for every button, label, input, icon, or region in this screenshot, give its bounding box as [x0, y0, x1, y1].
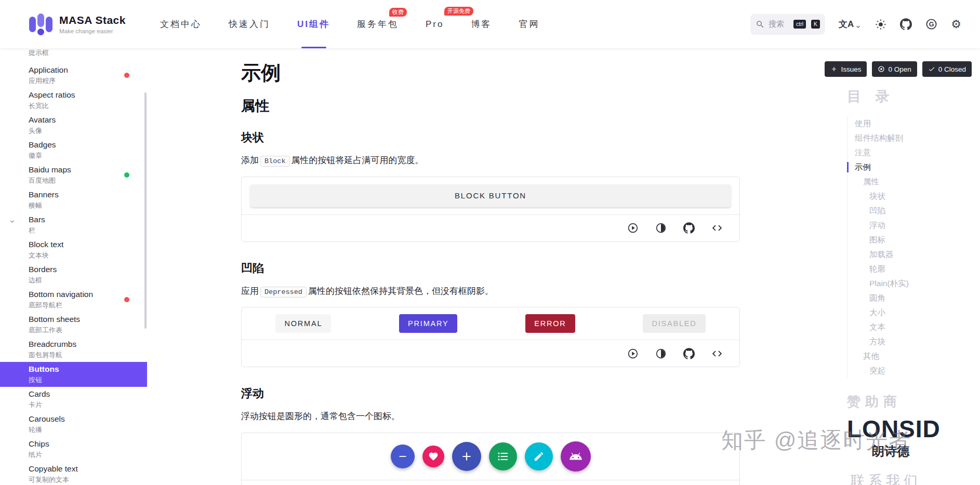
subsection-heading-block: 块状	[241, 130, 740, 145]
toc-item-plain[interactable]: Plain(朴实)	[847, 276, 975, 291]
closed-issues-button[interactable]: 0 Closed	[922, 61, 972, 77]
error-button-demo[interactable]: ERROR	[525, 314, 575, 333]
toc-item-text[interactable]: 文本	[847, 320, 975, 334]
fab-list-button[interactable]	[489, 442, 517, 470]
language-switch-button[interactable]: 文A	[839, 18, 862, 30]
normal-button-demo[interactable]: NORMAL	[275, 314, 331, 333]
run-demo-button[interactable]	[627, 348, 639, 359]
toc-title: 目 录	[847, 87, 975, 106]
issues-bar: Issues 0 Open 0 Closed	[825, 61, 972, 77]
toc-item-tile[interactable]: 方块	[847, 334, 975, 349]
toc-item-raised[interactable]: 突起	[847, 363, 975, 378]
settings-button[interactable]: ⚙	[951, 19, 961, 30]
sidebar-item-application[interactable]: Application 应用程序	[0, 63, 147, 88]
toc-item-outlined[interactable]: 轮廓	[847, 262, 975, 276]
sidebar-item-block-text[interactable]: Block text 文本块	[0, 237, 147, 262]
search-placeholder: 搜索	[769, 19, 790, 29]
nav-item-docs[interactable]: 文档中心	[160, 0, 202, 48]
toc-item-depressed[interactable]: 凹陷	[847, 204, 975, 218]
nav-item-ui-components[interactable]: UI组件	[297, 0, 330, 48]
theme-toggle-button[interactable]	[875, 19, 886, 30]
nav-item-pro[interactable]: Pro开源免费	[426, 0, 444, 48]
sidebar-item-banners[interactable]: Banners 横幅	[0, 187, 147, 212]
fab-pencil-button[interactable]	[525, 442, 553, 470]
nav-item-service-package[interactable]: 服务年包收费	[357, 0, 399, 48]
fab-plus-button[interactable]	[452, 442, 481, 471]
toc-item-props[interactable]: 属性	[847, 174, 975, 189]
fab-heart-button[interactable]	[422, 446, 444, 467]
disabled-button-demo: DISABLED	[643, 314, 705, 333]
toc-item-floating[interactable]: 浮动	[847, 218, 975, 233]
block-button-demo[interactable]: BLOCK BUTTON	[250, 184, 731, 207]
sidebar-item-bars[interactable]: Bars 栏	[0, 212, 147, 237]
toc-item-rounded[interactable]: 圆角	[847, 291, 975, 305]
toc-item-icons[interactable]: 图标	[847, 233, 975, 247]
view-source-github-button[interactable]	[683, 348, 695, 359]
sidebar-item-borders[interactable]: Borders 边框	[0, 262, 147, 287]
logo-subtitle: Make change easier	[59, 28, 126, 34]
nav-item-blog[interactable]: 博客	[471, 0, 492, 48]
sidebar-item-chips[interactable]: Chips 纸片	[0, 437, 147, 462]
sidebar-item-buttons[interactable]: Buttons 按钮	[0, 362, 147, 387]
check-icon	[928, 65, 935, 73]
sidebar-item-carousels[interactable]: Carousels 轮播	[0, 412, 147, 437]
sidebar-item-aspect-ratios[interactable]: Aspect ratios 长宽比	[0, 88, 147, 113]
fab-minus-button[interactable]	[391, 444, 415, 468]
new-issue-button[interactable]: Issues	[825, 61, 867, 77]
toc-item-examples[interactable]: 示例	[847, 160, 975, 174]
view-source-github-button[interactable]	[683, 222, 695, 234]
sponsor-title: 赞助商	[847, 393, 975, 411]
page-title: 示例	[241, 60, 740, 86]
toggle-theme-button[interactable]	[655, 222, 667, 234]
sidebar-item-avatars[interactable]: Avatars 头像	[0, 113, 147, 138]
toggle-theme-button[interactable]	[655, 348, 667, 359]
sidebar-item-bottom-navigation[interactable]: Bottom navigation 底部导航栏	[0, 287, 147, 312]
search-input[interactable]: 搜索 ctrl K	[750, 14, 825, 35]
description-block: 添加Block属性的按钮将延占满可用的宽度。	[241, 154, 740, 167]
sidebar-item-copyable-text[interactable]: Copyable text 可复制的文本	[0, 462, 147, 485]
demo-toolbar	[242, 214, 739, 241]
github-link[interactable]	[900, 18, 912, 30]
nav-item-official-site[interactable]: 官网	[519, 0, 539, 48]
status-dot-green	[124, 172, 129, 178]
toc-item-loaders[interactable]: 加载器	[847, 247, 975, 262]
sidebar-item-badges[interactable]: Badges 徽章	[0, 138, 147, 163]
pencil-icon	[533, 451, 545, 462]
heart-icon	[428, 451, 439, 462]
demo-toolbar	[242, 480, 739, 485]
chevron-down-icon[interactable]	[8, 218, 16, 225]
toc-item-size[interactable]: 大小	[847, 305, 975, 320]
logo[interactable]: MASA Stack Make change easier	[29, 14, 142, 35]
demo-card-floating	[241, 433, 740, 485]
gitee-link[interactable]	[925, 18, 937, 30]
primary-button-demo[interactable]: PRIMARY	[399, 314, 457, 333]
fab-android-button[interactable]	[561, 441, 591, 471]
toc-item-block[interactable]: 块状	[847, 189, 975, 204]
toc-item-anatomy[interactable]: 组件结构解剖	[847, 131, 975, 145]
sidebar-scrollbar[interactable]	[144, 92, 147, 329]
sidebar-item-baidu-maps[interactable]: Baidu maps 百度地图	[0, 163, 147, 187]
contrast-theme-icon	[655, 348, 667, 359]
sidebar-item-breadcrumbs[interactable]: Breadcrumbs 面包屑导航	[0, 337, 147, 362]
right-rail: 目 录 使用 组件结构解剖 注意 示例 属性 块状 凹陷 浮动 图标 加载器 轮…	[847, 87, 975, 460]
toc-list: 使用 组件结构解剖 注意 示例 属性 块状 凹陷 浮动 图标 加载器 轮廓 Pl…	[847, 116, 975, 378]
contrast-theme-icon	[655, 222, 667, 234]
sponsor-lonsid-logo[interactable]: LONSID	[847, 417, 975, 441]
gear-icon: ⚙	[951, 19, 961, 30]
sidebar-item-cards[interactable]: Cards 卡片	[0, 387, 147, 412]
play-circle-icon	[627, 222, 639, 234]
sidebar-item-bottom-sheets[interactable]: Bottom sheets 底部工作表	[0, 312, 147, 337]
open-issues-button[interactable]: 0 Open	[872, 61, 917, 77]
toc-item-usage[interactable]: 使用	[847, 116, 975, 131]
show-code-button[interactable]	[711, 348, 723, 359]
toc-item-caveats[interactable]: 注意	[847, 145, 975, 160]
show-code-button[interactable]	[711, 222, 723, 234]
nav-item-quickstart[interactable]: 快速入门	[229, 0, 270, 48]
sun-icon	[875, 19, 886, 30]
sidebar-item-partial[interactable]: 提示框	[0, 48, 147, 63]
run-demo-button[interactable]	[627, 222, 639, 234]
subsection-heading-depressed: 凹陷	[241, 261, 740, 276]
translate-icon: 文A	[839, 18, 854, 30]
toc-item-misc[interactable]: 其他	[847, 349, 975, 363]
active-tab-underline	[301, 47, 326, 48]
